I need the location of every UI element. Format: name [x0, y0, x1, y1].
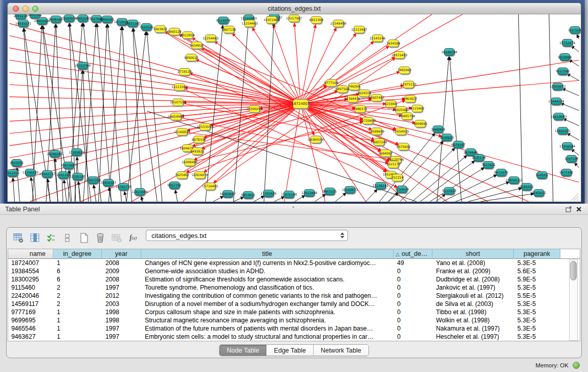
table-cell[interactable]: 18300295 — [8, 276, 53, 283]
table-cell[interactable]: 6 — [53, 268, 102, 275]
citation-edge-black[interactable] — [48, 179, 50, 202]
float-panel-icon[interactable] — [563, 205, 574, 214]
citation-edge-black[interactable] — [335, 193, 346, 202]
table-cell[interactable]: Genome-wide association studies in ADHD. — [141, 268, 394, 275]
close-window-icon[interactable] — [13, 6, 19, 12]
citation-edge-red[interactable] — [300, 14, 462, 104]
table-cell[interactable]: 5.3E-5 — [514, 259, 560, 267]
citation-edge-black[interactable] — [560, 103, 579, 111]
table-cell[interactable]: Structural magnetic resonance image aver… — [141, 317, 394, 324]
table-row[interactable]: 969969511998Structural magnetic resonanc… — [8, 316, 580, 324]
citation-edge-red[interactable] — [10, 48, 301, 104]
citation-edge-black[interactable] — [55, 158, 58, 202]
memory-status-icon[interactable] — [573, 362, 580, 369]
citation-edge-black[interactable] — [133, 28, 142, 202]
citation-edge-black[interactable] — [388, 141, 443, 202]
table-cell[interactable]: 1 — [53, 259, 102, 267]
table-cell[interactable]: Jankovic et al. (1997) — [432, 284, 514, 291]
citation-edge-black[interactable] — [213, 196, 224, 202]
table-cell[interactable]: 9115460 — [8, 284, 53, 291]
table-cell[interactable]: 5.3E-5 — [514, 333, 560, 340]
table-row[interactable]: 946554611997Estimation of the future num… — [8, 324, 580, 333]
table-cell[interactable]: 9777169 — [8, 309, 53, 316]
zoom-window-icon[interactable] — [32, 6, 38, 12]
table-cell[interactable]: 5.3E-5 — [514, 300, 560, 308]
citation-edge-black[interactable] — [83, 23, 101, 202]
table-cell[interactable]: 1 — [53, 333, 102, 340]
table-cell[interactable]: 2008 — [102, 259, 141, 267]
scrollbar-thumb[interactable] — [570, 261, 577, 280]
column-header-year[interactable]: year — [102, 249, 141, 259]
table-cell[interactable]: 5.3E-5 — [514, 325, 560, 332]
table-cell[interactable]: 9699695 — [8, 317, 53, 324]
close-panel-icon[interactable]: ✕ — [574, 205, 584, 214]
citation-edge-red[interactable] — [273, 24, 301, 104]
citation-edge-black[interactable] — [126, 32, 146, 202]
citation-edge-red[interactable] — [300, 60, 579, 104]
table-cell[interactable]: Investigating the contribution of common… — [141, 292, 394, 299]
citation-edge-black[interactable] — [549, 14, 553, 202]
tab-edge-table[interactable]: Edge Table — [267, 345, 313, 356]
table-selector[interactable]: citations_edges.txt — [146, 230, 348, 241]
citation-edge-red[interactable] — [10, 104, 301, 182]
table-cell[interactable]: 0 — [394, 284, 432, 291]
citation-edge-black[interactable] — [562, 89, 579, 96]
table-cell[interactable]: Franke et al. (2009) — [432, 268, 514, 275]
citation-edge-black[interactable] — [107, 24, 121, 202]
table-cell[interactable]: 5.3E-5 — [514, 317, 560, 324]
table-cell[interactable]: Stergiakouli et al. (2012) — [432, 292, 514, 299]
citation-edge-black[interactable] — [254, 195, 265, 202]
citation-edge-black[interactable] — [450, 57, 462, 202]
table-cell[interactable]: Changes of HCN gene expression and I(f) … — [141, 259, 394, 267]
table-row[interactable]: 911546021997Tourette syndrome. Phenomeno… — [8, 283, 580, 292]
table-cell[interactable]: Corpus callosum shape and size in male p… — [141, 309, 394, 316]
table-cell[interactable]: 1 — [53, 309, 102, 316]
clear-selection-icon[interactable] — [61, 231, 74, 245]
table-row[interactable]: 1938455462009Genome-wide association stu… — [8, 267, 580, 275]
citation-edge-black[interactable] — [133, 28, 157, 202]
table-options-icon[interactable] — [12, 231, 25, 245]
table-cell[interactable]: 6 — [53, 276, 102, 283]
table-cell[interactable]: 1997 — [102, 284, 141, 291]
table-cell[interactable]: 2 — [53, 284, 102, 291]
table-cell[interactable]: 9465546 — [8, 325, 53, 332]
citation-edge-black[interactable] — [94, 185, 96, 202]
citation-edge-black[interactable] — [567, 133, 579, 140]
citation-edge-black[interactable] — [571, 149, 579, 155]
citation-edge-black[interactable] — [430, 167, 485, 202]
table-cell[interactable]: 14569117 — [8, 300, 53, 308]
citation-edge-red[interactable] — [300, 104, 325, 202]
canvas-resize-grip[interactable] — [572, 193, 579, 201]
citation-edge-black[interactable] — [64, 180, 67, 202]
minimize-window-icon[interactable] — [23, 6, 29, 12]
table-cell[interactable]: 1 — [53, 317, 102, 324]
table-cell[interactable]: 1998 — [102, 309, 141, 316]
table-cell[interactable]: 0 — [394, 317, 432, 324]
citation-edge-red[interactable] — [300, 104, 579, 182]
table-cell[interactable]: Embryonic stem cells: a model to study s… — [141, 333, 394, 340]
delete-table-icon[interactable] — [94, 231, 107, 245]
delete-column-icon[interactable] — [110, 231, 123, 245]
citation-edge-black[interactable] — [574, 162, 579, 168]
new-table-icon[interactable] — [77, 231, 91, 245]
table-cell[interactable]: 2 — [53, 292, 102, 299]
table-cell[interactable]: 0 — [394, 276, 432, 283]
table-cell[interactable]: 2009 — [102, 268, 141, 275]
table-cell[interactable]: 0 — [394, 268, 432, 275]
citation-edge-black[interactable] — [366, 189, 378, 202]
table-cell[interactable]: 49 — [394, 259, 432, 267]
table-cell[interactable]: 1997 — [102, 333, 141, 340]
citation-edge-red[interactable] — [294, 23, 300, 104]
table-cell[interactable]: 2012 — [102, 292, 141, 299]
table-cell[interactable]: 5.3E-5 — [514, 284, 560, 291]
citation-edge-red[interactable] — [300, 104, 488, 202]
table-cell[interactable]: 1 — [53, 325, 102, 332]
table-cell[interactable]: 5.9E-5 — [514, 276, 560, 283]
table-cell[interactable]: 0 — [394, 309, 432, 316]
column-header-title[interactable]: title — [141, 249, 394, 259]
column-header-pagerank[interactable]: pagerank — [514, 249, 560, 259]
citation-edge-red[interactable] — [164, 31, 301, 104]
citation-edge-black[interactable] — [563, 119, 579, 126]
citation-edge-black[interactable] — [518, 14, 522, 202]
citation-edge-black[interactable] — [274, 196, 285, 202]
